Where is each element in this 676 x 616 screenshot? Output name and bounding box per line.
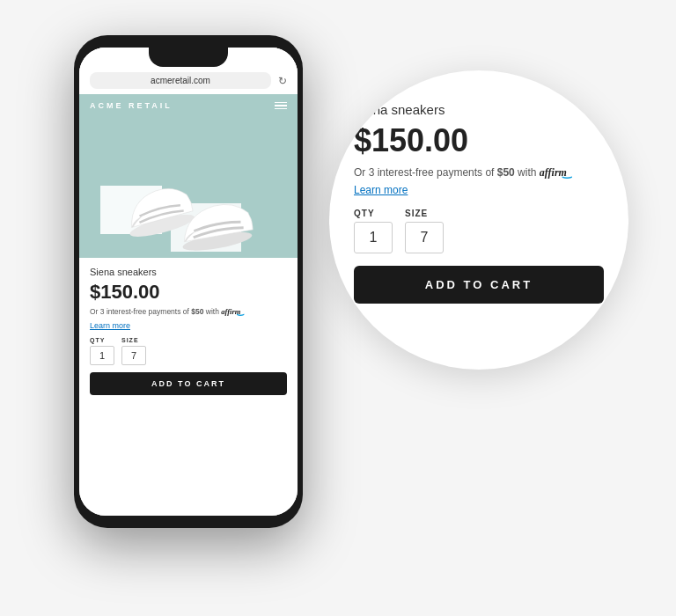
zoom-affirm-payment-text: Or 3 interest-free payments of $50 with …	[354, 165, 604, 180]
zoom-circle: Siena sneakers $150.00 Or 3 interest-fre…	[329, 70, 628, 370]
zoom-content: Siena sneakers $150.00 Or 3 interest-fre…	[329, 70, 628, 370]
affirm-payment-text: Or 3 interest-free payments of $50 with …	[90, 307, 287, 318]
product-name: Siena sneakers	[90, 267, 287, 277]
phone-screen: acmeretail.com ↻ ACME RETAIL	[79, 48, 298, 516]
zoom-size-group: SIZE 7	[405, 209, 444, 253]
zoom-qty-label: QTY	[354, 209, 393, 218]
zoom-qty-value[interactable]: 1	[354, 222, 393, 253]
size-value[interactable]: 7	[121, 346, 146, 365]
zoom-affirm-brand: affirm	[540, 166, 567, 179]
qty-group: QTY 1	[90, 337, 114, 365]
url-bar: acmeretail.com	[90, 72, 271, 89]
zoom-size-value[interactable]: 7	[405, 222, 444, 253]
affirm-amount: $50	[191, 307, 203, 316]
learn-more-link[interactable]: Learn more	[90, 321, 287, 330]
zoom-product-price: $150.00	[354, 122, 604, 159]
qty-label: QTY	[90, 337, 114, 343]
add-to-cart-button[interactable]: ADD TO CART	[90, 372, 287, 395]
affirm-brand: affirm	[221, 307, 240, 316]
store-logo: ACME RETAIL	[90, 101, 173, 110]
zoom-affirm-prefix: Or 3 interest-free payments of	[354, 166, 497, 179]
store-header: ACME RETAIL	[79, 94, 298, 117]
zoom-qty-group: QTY 1	[354, 209, 393, 253]
zoom-add-to-cart-button[interactable]: ADD TO CART	[354, 266, 604, 304]
size-label: SIZE	[121, 337, 146, 343]
product-image-area	[79, 117, 298, 258]
refresh-icon[interactable]: ↻	[278, 75, 287, 87]
product-info: Siena sneakers $150.00 Or 3 interest-fre…	[79, 258, 298, 404]
hamburger-icon[interactable]	[275, 102, 287, 110]
zoom-product-name: Siena sneakers	[354, 102, 604, 117]
product-image-svg	[92, 120, 285, 256]
hamburger-line-3	[275, 108, 287, 110]
phone-frame: acmeretail.com ↻ ACME RETAIL	[74, 35, 303, 528]
phone-notch	[149, 48, 228, 67]
zoom-qty-size-row: QTY 1 SIZE 7	[354, 209, 604, 253]
phone-inner: acmeretail.com ↻ ACME RETAIL	[79, 48, 298, 516]
zoom-size-label: SIZE	[405, 209, 444, 218]
affirm-prefix: Or 3 interest-free payments of	[90, 307, 191, 316]
qty-value[interactable]: 1	[90, 346, 114, 365]
hamburger-line-1	[275, 102, 287, 104]
qty-size-row: QTY 1 SIZE 7	[90, 337, 287, 365]
hamburger-line-2	[275, 105, 287, 106]
affirm-suffix: with	[203, 307, 221, 316]
zoom-affirm-suffix: with	[515, 166, 540, 179]
size-group: SIZE 7	[121, 337, 146, 365]
scene: acmeretail.com ↻ ACME RETAIL	[30, 18, 646, 598]
zoom-affirm-amount: $50	[497, 166, 515, 179]
product-price: $150.00	[90, 281, 287, 304]
zoom-learn-more-link[interactable]: Learn more	[354, 184, 604, 196]
